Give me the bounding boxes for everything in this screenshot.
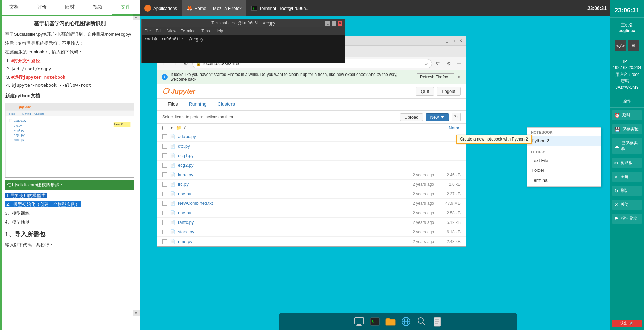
scroll-up-btn[interactable]: ▲: [133, 14, 140, 20]
terminal-menu-help[interactable]: Help: [215, 29, 223, 33]
python2-item[interactable]: Python 2: [527, 136, 601, 146]
ff-extensions-icon[interactable]: ⚙: [444, 59, 453, 68]
file-name[interactable]: NewCombined.txt: [178, 201, 397, 206]
file-name[interactable]: nmc.py: [178, 239, 397, 244]
jnav-running[interactable]: Running: [183, 99, 212, 110]
bt-icon-terminal[interactable]: $_: [369, 315, 381, 328]
file-checkbox[interactable]: [162, 192, 167, 196]
table-row[interactable]: 📄 lrc.py 2 years ago 2.6 kB: [157, 180, 466, 189]
table-row[interactable]: 📄 stacc.py 2 years ago 6.18 kB: [157, 227, 466, 237]
name-col-header[interactable]: Name: [449, 125, 461, 130]
file-name[interactable]: stacc.py: [178, 229, 397, 234]
ff-close-btn[interactable]: ✕: [458, 38, 463, 44]
file-checkbox[interactable]: [162, 211, 167, 215]
ff-shield-icon[interactable]: 🛡: [434, 59, 443, 68]
jupyter-logout-btn[interactable]: Logout: [437, 87, 461, 96]
table-row[interactable]: 📄 nmc.py 2 years ago 2.43 kB: [157, 237, 466, 246]
table-row[interactable]: 📄 knnc.py 2 years ago 2.46 kB: [157, 170, 466, 180]
file-checkbox[interactable]: [162, 163, 167, 168]
ff-minimize-btn[interactable]: _: [444, 38, 450, 44]
bt-icon-monitor[interactable]: [353, 315, 365, 328]
file-name[interactable]: knnc.py: [178, 172, 397, 177]
text-file-item[interactable]: Text File: [527, 155, 601, 165]
table-row[interactable]: 📄 adabc.py: [157, 132, 466, 142]
new-btn[interactable]: New ▼: [426, 113, 449, 121]
jnav-clusters[interactable]: Clusters: [212, 99, 240, 110]
file-name[interactable]: ecg1.py: [178, 153, 397, 158]
action-saved-exp[interactable]: ☁ 已保存实验: [612, 138, 642, 154]
terminal-maximize-btn[interactable]: □: [332, 21, 336, 26]
monitor-icon-btn[interactable]: 🖥: [628, 40, 639, 51]
file-checkbox[interactable]: [162, 182, 167, 187]
nav-doc[interactable]: 文档: [0, 0, 28, 15]
bt-icon-browser[interactable]: [400, 315, 412, 328]
action-fullscreen[interactable]: ✕ 全屏: [612, 172, 642, 182]
table-row[interactable]: 📄 ecg2.py: [157, 161, 466, 170]
bt-icon-search[interactable]: [416, 315, 428, 328]
terminal-menu-tabs[interactable]: Tabs: [201, 29, 210, 33]
file-name[interactable]: nnc.py: [178, 210, 397, 215]
bt-icon-files[interactable]: [431, 315, 444, 328]
file-checkbox[interactable]: [162, 144, 167, 149]
note1: 注意：$ 符号是系统提示符，不用输入！: [5, 39, 134, 47]
table-row[interactable]: 📄 ecg1.py: [157, 151, 466, 161]
file-name[interactable]: ecg2.py: [178, 163, 397, 168]
applications-btn[interactable]: Applications: [140, 0, 182, 16]
table-row[interactable]: 📄 ranfc.py 2 years ago 5.12 kB: [157, 218, 466, 227]
action-save-exp[interactable]: 💾 保存实验: [612, 124, 642, 134]
table-row[interactable]: 📄 nnc.py 2 years ago 2.58 kB: [157, 208, 466, 218]
ff-bookmark-icon[interactable]: ☆: [424, 61, 428, 66]
fullscreen-icon: ✕: [614, 174, 618, 180]
refresh-firefox-btn[interactable]: Refresh Firefox...: [417, 73, 454, 80]
action-close[interactable]: ✕ 关闭: [612, 200, 642, 210]
nav-eval[interactable]: 评价: [28, 0, 56, 15]
file-checkbox[interactable]: [162, 230, 167, 234]
file-checkbox[interactable]: [162, 172, 167, 177]
file-checkbox[interactable]: [162, 201, 167, 206]
file-checkbox[interactable]: [162, 134, 167, 139]
clipboard-icon: ✂: [614, 160, 618, 166]
file-checkbox[interactable]: [162, 220, 167, 225]
code-icon-btn[interactable]: </>: [615, 40, 626, 51]
logout-red-btn[interactable]: 退出 🚀: [612, 320, 642, 327]
folder-item[interactable]: Folder: [527, 165, 601, 175]
checkbox-dropdown[interactable]: ▼: [170, 126, 173, 130]
nav-video[interactable]: 视频: [84, 0, 112, 15]
notification-close-btn[interactable]: ✕: [457, 74, 461, 80]
select-all-checkbox[interactable]: [162, 126, 167, 130]
terminal-body[interactable]: root@i-ru96n6il: ~/ecgpy: [142, 35, 345, 63]
terminal-menu-view[interactable]: View: [167, 29, 176, 33]
ff-menu-icon[interactable]: ☰: [454, 59, 463, 68]
jupyter-quit-btn2[interactable]: Quit: [416, 87, 434, 96]
svg-text:ecg1.py: ecg1.py: [14, 129, 25, 132]
terminal-taskbar-btn[interactable]: $_ Terminal - root@i-ru96n...: [246, 0, 315, 16]
ff-maximize-btn[interactable]: □: [451, 38, 456, 44]
file-name[interactable]: adabc.py: [178, 134, 397, 139]
jnav-files[interactable]: Files: [162, 99, 183, 110]
nav-material[interactable]: 随材: [56, 0, 84, 15]
action-refresh[interactable]: ↻ 刷新: [612, 186, 642, 196]
action-clipboard[interactable]: ✂ 剪贴板: [612, 158, 642, 168]
terminal-menu-file[interactable]: File: [144, 29, 151, 33]
terminal-close-btn[interactable]: ✕: [338, 21, 342, 26]
action-delay[interactable]: ⏰ 延时: [612, 110, 642, 120]
firefox-taskbar-btn[interactable]: 🦊 Home — Mozilla Firefox: [182, 0, 246, 16]
table-row[interactable]: 📄 nbc.py 2 years ago 2.37 kB: [157, 189, 466, 199]
file-name[interactable]: nbc.py: [178, 191, 397, 196]
table-row[interactable]: 📄 NewCombined.txt 2 years ago 47.9 MB: [157, 199, 466, 208]
file-name[interactable]: ranfc.py: [178, 220, 397, 225]
file-checkbox[interactable]: [162, 153, 167, 158]
file-name[interactable]: lrc.py: [178, 182, 397, 187]
terminal-minimize-btn[interactable]: _: [325, 21, 330, 26]
terminal-menu-terminal[interactable]: Terminal: [181, 29, 196, 33]
file-name[interactable]: dtc.py: [178, 144, 397, 149]
terminal-item[interactable]: Terminal: [527, 175, 601, 185]
upload-btn[interactable]: Upload: [400, 113, 423, 121]
file-checkbox[interactable]: [162, 239, 167, 244]
table-row[interactable]: 📄 dtc.py: [157, 142, 466, 151]
refresh-files-btn[interactable]: ↻: [452, 113, 461, 121]
scroll-down-btn[interactable]: ▼: [133, 310, 140, 316]
bt-icon-folder[interactable]: [384, 315, 397, 328]
terminal-menu-edit[interactable]: Edit: [156, 29, 163, 33]
action-report[interactable]: ⚑ 报告异常: [612, 214, 642, 224]
